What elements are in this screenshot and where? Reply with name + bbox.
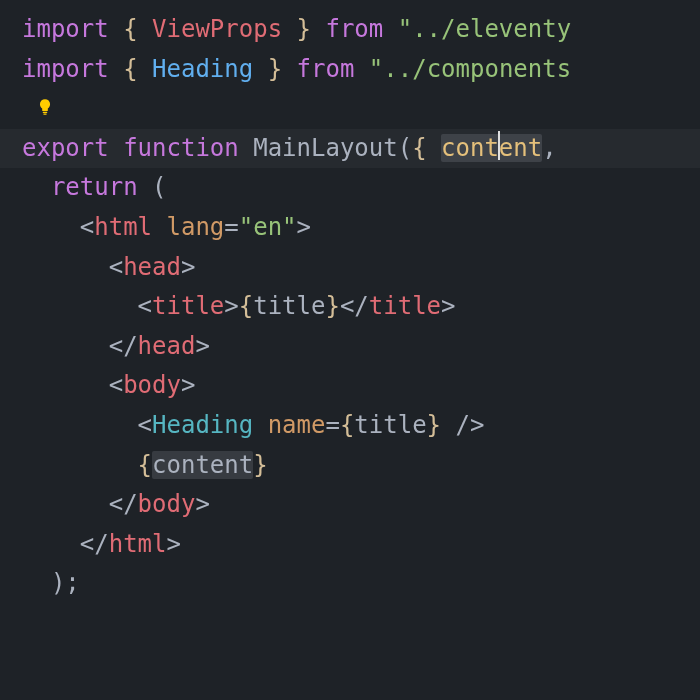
code-line-2[interactable]: import { Heading } from "../components — [22, 50, 700, 90]
tag-head-close: head — [138, 332, 196, 360]
code-line-4[interactable]: export function MainLayout({ content, — [0, 129, 700, 169]
lightbulb-hint-line — [22, 89, 700, 129]
destructure-open: { — [412, 134, 426, 162]
paren-open: ( — [398, 134, 412, 162]
svg-rect-1 — [43, 114, 46, 115]
tag-html-close: html — [109, 530, 167, 558]
comma: , — [542, 134, 556, 162]
keyword-export: export — [22, 134, 109, 162]
brace-open: { — [123, 55, 137, 83]
tag-head: head — [123, 253, 181, 281]
tag-open: < — [80, 213, 94, 241]
code-line-10[interactable]: <body> — [22, 366, 700, 406]
code-line-13[interactable]: </body> — [22, 485, 700, 525]
code-line-12[interactable]: {content} — [22, 446, 700, 486]
keyword-function: function — [123, 134, 239, 162]
code-line-8[interactable]: <title>{title}</title> — [22, 287, 700, 327]
identifier-heading: Heading — [152, 55, 253, 83]
tag-heading-component: Heading — [152, 411, 253, 439]
jsx-expression-title: title — [354, 411, 426, 439]
jsx-expression-title: title — [253, 292, 325, 320]
keyword-import: import — [22, 55, 109, 83]
code-line-1[interactable]: import { ViewProps } from "../eleventy — [22, 10, 700, 50]
identifier-viewprops: ViewProps — [152, 15, 282, 43]
keyword-from: from — [297, 55, 355, 83]
string-path: "../components — [369, 55, 571, 83]
function-name: MainLayout — [253, 134, 398, 162]
attr-name: name — [268, 411, 326, 439]
code-line-7[interactable]: <head> — [22, 248, 700, 288]
paren-open: ( — [152, 173, 166, 201]
tag-body-close: body — [138, 490, 196, 518]
keyword-from: from — [325, 15, 383, 43]
lightbulb-icon[interactable] — [36, 89, 54, 107]
jsx-expression-content: content — [152, 451, 253, 479]
brace-close: } — [297, 15, 311, 43]
code-line-5[interactable]: return ( — [22, 168, 700, 208]
svg-rect-0 — [43, 112, 48, 113]
code-line-14[interactable]: </html> — [22, 525, 700, 565]
attr-lang: lang — [167, 213, 225, 241]
keyword-return: return — [51, 173, 138, 201]
param-content: content — [441, 134, 542, 162]
code-line-6[interactable]: <html lang="en"> — [22, 208, 700, 248]
tag-body: body — [123, 371, 181, 399]
keyword-import: import — [22, 15, 109, 43]
paren-close: ) — [51, 569, 65, 597]
attr-value: "en" — [239, 213, 297, 241]
code-line-9[interactable]: </head> — [22, 327, 700, 367]
tag-html: html — [94, 213, 152, 241]
brace-close: } — [268, 55, 282, 83]
code-line-15[interactable]: ); — [22, 564, 700, 604]
string-path: "../eleventy — [398, 15, 571, 43]
code-line-11[interactable]: <Heading name={title} /> — [22, 406, 700, 446]
brace-open: { — [123, 15, 137, 43]
tag-title: title — [152, 292, 224, 320]
